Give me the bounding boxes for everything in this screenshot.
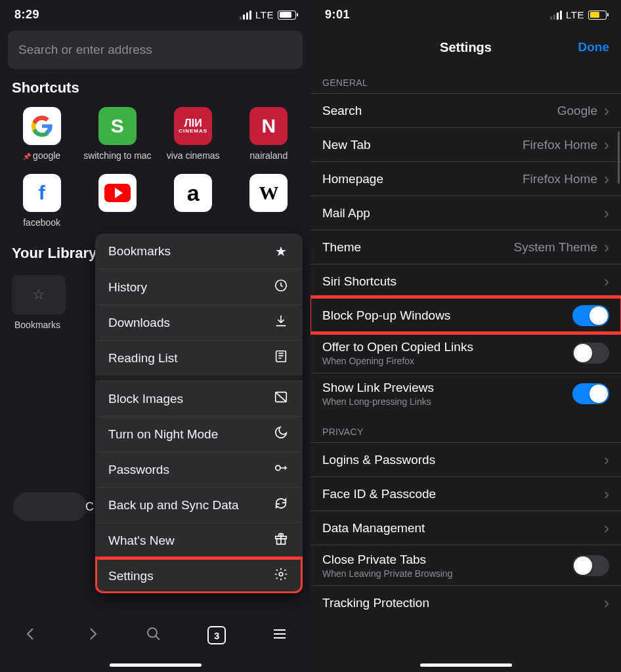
home-indicator (420, 663, 512, 667)
key-icon (272, 461, 289, 478)
shortcut-label: facebook (23, 217, 60, 229)
link-previews-toggle[interactable] (572, 383, 609, 404)
setting-siri-shortcuts[interactable]: Siri Shortcuts › (310, 264, 621, 298)
page-title: Settings (440, 40, 492, 54)
menu-label: Reading List (108, 351, 178, 366)
row-label: Search (322, 104, 362, 118)
shortcut-label: switching to mac (83, 150, 151, 162)
menu-history[interactable]: History (95, 269, 303, 304)
block-popups-toggle[interactable] (572, 305, 609, 326)
status-bar: 9:01 LTE (310, 0, 621, 24)
search-button[interactable] (146, 626, 161, 645)
menu-passwords[interactable]: Passwords (95, 452, 303, 487)
signal-icon (240, 10, 251, 20)
setting-faceid[interactable]: Face ID & Passcode › (310, 476, 621, 511)
scrollbar[interactable] (618, 131, 620, 184)
menu-separator (95, 375, 303, 381)
battery-icon (588, 10, 607, 20)
library-bookmarks-tile[interactable]: ☆ (12, 275, 66, 314)
copied-links-toggle[interactable] (572, 343, 609, 364)
shortcut-nairaland[interactable]: N nairaland (231, 104, 307, 171)
row-label: Block Pop-up Windows (322, 308, 450, 323)
open-new-tab-pill[interactable]: C (13, 492, 87, 521)
facebook-icon: f (23, 174, 61, 212)
home-indicator (110, 663, 202, 667)
shortcut-wikipedia[interactable]: W (231, 171, 307, 238)
wikipedia-icon: W (249, 174, 288, 212)
tab-count: 3 (214, 630, 219, 641)
firefox-home-screen: 8:29 LTE Search or enter address Shortcu… (0, 0, 310, 672)
pin-icon: 📌 (23, 153, 31, 160)
setting-copied-links[interactable]: Offer to Open Copied Links When Opening … (310, 332, 621, 373)
setting-link-previews[interactable]: Show Link Previews When Long-pressing Li… (310, 373, 621, 413)
setting-theme[interactable]: Theme System Theme› (310, 230, 621, 264)
chevron-right-icon: › (604, 238, 609, 257)
setting-homepage[interactable]: Homepage Firefox Home› (310, 161, 621, 196)
menu-bookmarks[interactable]: Bookmarks ★ (95, 234, 303, 269)
close-private-toggle[interactable] (572, 555, 609, 576)
shortcut-google[interactable]: 📌google (4, 104, 79, 171)
chevron-right-icon: › (604, 170, 609, 188)
menu-downloads[interactable]: Downloads (95, 304, 303, 340)
gear-icon (272, 567, 289, 585)
shortcuts-heading: Shortcuts (0, 79, 310, 104)
shortcut-viva[interactable]: ЛІИCINEMAS viva cinemas (156, 104, 231, 171)
chevron-right-icon: › (604, 594, 609, 612)
menu-block-images[interactable]: Block Images (95, 381, 303, 416)
row-label: Mail App (322, 206, 370, 220)
menu-label: Back up and Sync Data (108, 498, 239, 513)
row-value: Google (557, 104, 597, 118)
menu-settings[interactable]: Settings (95, 558, 303, 593)
setting-mail-app[interactable]: Mail App › (310, 196, 621, 230)
address-search-field[interactable]: Search or enter address (8, 31, 303, 69)
chevron-right-icon: › (604, 451, 609, 469)
chevron-right-icon: › (604, 102, 609, 120)
row-value: Firefox Home (523, 138, 597, 152)
signal-icon (550, 10, 562, 20)
back-button[interactable] (23, 626, 39, 645)
chevron-right-icon: › (604, 519, 609, 537)
tabs-button[interactable]: 3 (207, 626, 226, 644)
svg-rect-1 (276, 351, 286, 362)
menu-label: Bookmarks (108, 244, 171, 259)
shortcut-youtube[interactable] (79, 171, 155, 238)
sync-icon (272, 496, 289, 514)
done-button[interactable]: Done (578, 40, 610, 54)
menu-label: Passwords (108, 463, 169, 477)
menu-sync[interactable]: Back up and Sync Data (95, 487, 303, 522)
chevron-right-icon: › (604, 204, 609, 222)
letter-s-icon: S (98, 107, 137, 145)
status-time: 8:29 (14, 8, 39, 22)
menu-reading-list[interactable]: Reading List (95, 340, 303, 375)
row-sublabel: When Long-pressing Links (322, 396, 434, 407)
setting-new-tab[interactable]: New Tab Firefox Home› (310, 127, 621, 161)
section-privacy-header: PRIVACY (310, 413, 621, 442)
menu-button[interactable] (272, 626, 288, 645)
row-label: Tracking Protection (322, 596, 429, 610)
status-right: LTE (550, 9, 607, 20)
shortcut-label: 📌google (23, 150, 60, 162)
menu-night-mode[interactable]: Turn on Night Mode (95, 416, 303, 452)
setting-close-private-tabs[interactable]: Close Private Tabs When Leaving Private … (310, 545, 621, 585)
shortcut-amazon[interactable]: a (156, 171, 231, 238)
setting-tracking-protection[interactable]: Tracking Protection › (310, 585, 621, 620)
forward-button[interactable] (85, 626, 100, 645)
svg-point-7 (148, 628, 157, 637)
section-general-header: GENERAL (310, 64, 621, 93)
row-label: Homepage (322, 172, 383, 186)
shortcut-facebook[interactable]: f facebook (4, 171, 79, 238)
setting-logins[interactable]: Logins & Passwords › (310, 442, 621, 476)
row-label: Close Private Tabs (322, 553, 452, 567)
nav-header: Settings Done (310, 24, 621, 64)
setting-block-popups[interactable]: Block Pop-up Windows (310, 298, 621, 332)
shortcut-label: viva cinemas (167, 150, 220, 162)
shortcut-grid: 📌google S switching to mac ЛІИCINEMAS vi… (0, 104, 310, 238)
setting-search[interactable]: Search Google› (310, 93, 621, 127)
row-label: Siri Shortcuts (322, 274, 396, 289)
setting-data-mgmt[interactable]: Data Management › (310, 511, 621, 545)
shortcut-switching[interactable]: S switching to mac (79, 104, 155, 171)
status-time: 9:01 (325, 8, 350, 22)
svg-point-6 (279, 572, 283, 576)
menu-label: Turn on Night Mode (108, 427, 218, 442)
menu-whats-new[interactable]: What's New (95, 522, 303, 558)
